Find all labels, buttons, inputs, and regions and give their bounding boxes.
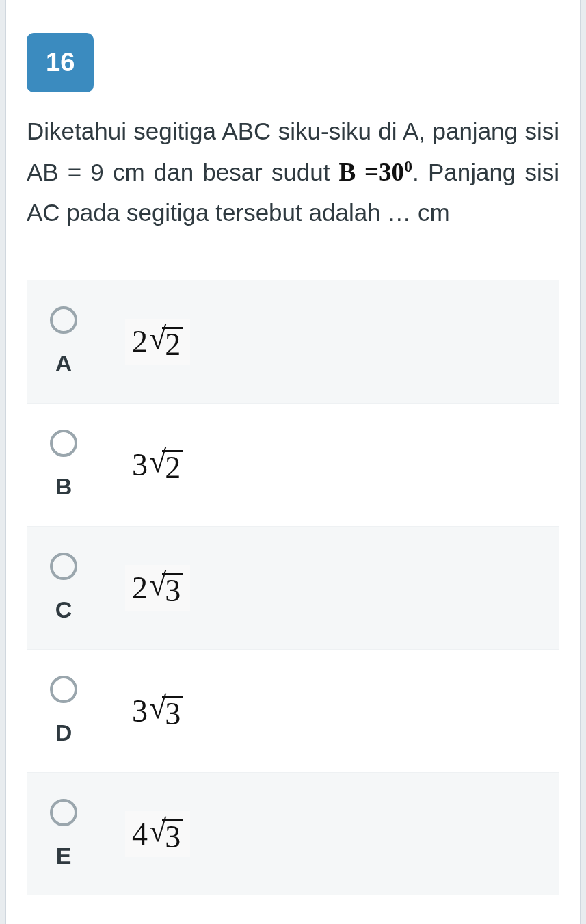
option-radicand: 3 <box>162 819 183 853</box>
option-value: 2√2 <box>125 319 190 365</box>
option-letter: D <box>55 720 72 746</box>
option-letter: A <box>55 350 72 377</box>
option-row-c[interactable]: C2√3 <box>27 527 559 649</box>
option-row-b[interactable]: B3√2 <box>27 403 559 527</box>
sqrt-icon: √3 <box>149 569 183 607</box>
option-left: D <box>43 676 84 746</box>
option-radicand: 3 <box>162 696 183 730</box>
option-row-e[interactable]: E4√3 <box>27 773 559 895</box>
question-text: Diketahui segitiga ABC siku-siku di A, p… <box>27 111 559 233</box>
radio-button-d[interactable] <box>50 676 77 703</box>
question-math-angle: B =300 <box>339 158 412 186</box>
sqrt-icon: √3 <box>149 815 183 853</box>
radio-button-c[interactable] <box>50 553 77 580</box>
option-value: 2√3 <box>125 565 190 611</box>
question-number-badge: 16 <box>27 33 94 92</box>
option-letter: E <box>56 843 72 869</box>
sqrt-icon: √3 <box>149 692 183 730</box>
radio-button-e[interactable] <box>50 799 77 826</box>
question-number: 16 <box>46 48 75 77</box>
option-radicand: 3 <box>162 573 183 607</box>
option-left: E <box>43 799 84 869</box>
option-value: 3√3 <box>125 688 190 734</box>
sqrt-icon: √2 <box>149 323 183 360</box>
option-left: B <box>43 430 84 500</box>
sqrt-icon: √2 <box>149 446 183 484</box>
radio-button-a[interactable] <box>50 306 77 334</box>
option-row-a[interactable]: A2√2 <box>27 280 559 403</box>
option-value: 4√3 <box>125 811 190 857</box>
option-coefficient: 4 <box>132 816 148 852</box>
option-coefficient: 3 <box>132 447 148 483</box>
option-left: C <box>43 553 84 623</box>
option-radicand: 2 <box>162 327 183 360</box>
option-row-d[interactable]: D3√3 <box>27 649 559 773</box>
option-left: A <box>43 306 84 377</box>
option-value: 3√2 <box>125 442 190 488</box>
radio-button-b[interactable] <box>50 430 77 457</box>
option-coefficient: 3 <box>132 693 148 729</box>
option-letter: C <box>55 596 72 623</box>
question-card: 16 Diketahui segitiga ABC siku-siku di A… <box>5 0 581 924</box>
option-coefficient: 2 <box>132 570 148 606</box>
option-coefficient: 2 <box>132 324 148 360</box>
options-list: A2√2B3√2C2√3D3√3E4√3 <box>27 280 559 895</box>
option-letter: B <box>55 473 72 500</box>
option-radicand: 2 <box>162 450 183 484</box>
